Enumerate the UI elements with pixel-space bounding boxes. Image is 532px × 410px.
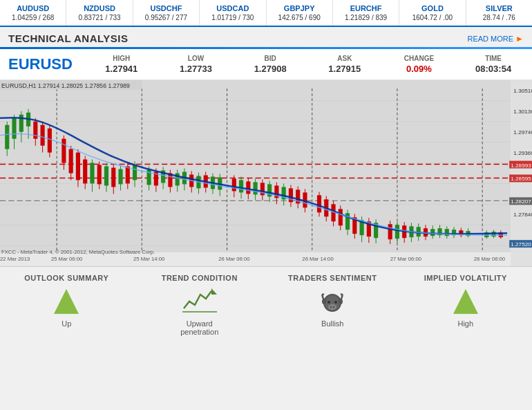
analysis-item-outlook: OUTLOOK SUMMARY Up (0, 274, 133, 328)
read-more-arrow-icon: ► (515, 34, 524, 44)
stat-value: 1.27733 (180, 64, 212, 74)
svg-text:1.28993: 1.28993 (511, 162, 531, 169)
price-stat-high: HIGH 1.27941 (97, 55, 146, 74)
trend-wave-icon (182, 288, 217, 315)
stat-value: 1.27908 (254, 64, 287, 74)
ticker-name: GOLD (402, 4, 462, 12)
stat-label: TIME (485, 55, 502, 62)
eurusd-stats: HIGH 1.27941 LOW 1.27733 BID 1.27908 ASK… (77, 55, 524, 74)
ticker-value: 1.21829 / 839 (336, 14, 396, 21)
eurusd-label: EURUSD (8, 55, 77, 73)
svg-text:28 Mar 06:00: 28 Mar 06:00 (474, 256, 505, 262)
svg-rect-52 (76, 153, 80, 180)
svg-rect-48 (61, 139, 66, 163)
stat-value: 08:03:54 (475, 64, 511, 74)
read-more-link[interactable]: READ MORE ► (467, 34, 524, 44)
ticker-value: 0.95267 / 277 (136, 14, 196, 21)
ticker-value: 0.83721 / 733 (69, 14, 129, 21)
analysis-title-volatility: IMPLIED VOLATILITY (424, 274, 507, 282)
stat-label: CHANGE (404, 55, 434, 62)
svg-rect-64 (118, 169, 122, 185)
svg-point-181 (322, 299, 326, 304)
svg-rect-92 (232, 178, 236, 191)
chart-container: 1.30510 1.30130 1.29740 1.29360 1.28993 … (0, 80, 532, 267)
ticker-item-usdcad[interactable]: USDCAD 1.01719 / 730 (200, 0, 266, 26)
price-stat-time: TIME 08:03:54 (469, 55, 517, 74)
svg-rect-60 (104, 167, 108, 186)
svg-rect-114 (317, 195, 321, 212)
sentiment-bull-icon (317, 288, 348, 315)
svg-text:26 Mar 14:00: 26 Mar 14:00 (302, 256, 333, 262)
ticker-item-audusd[interactable]: AUDUSD 1.04259 / 268 (0, 0, 66, 26)
svg-rect-148 (445, 229, 449, 236)
svg-rect-108 (289, 188, 293, 202)
analysis-label-trend: Upwardpenetration (180, 319, 218, 336)
sentiment-icon-container (315, 288, 350, 315)
stat-value: 1.27941 (105, 64, 137, 74)
analysis-item-sentiment: TRADERS SENTIMENT (266, 274, 399, 328)
svg-rect-46 (48, 129, 52, 153)
analysis-item-volatility: IMPLIED VOLATILITY High (399, 274, 533, 328)
svg-rect-34 (5, 125, 9, 149)
outlook-arrow-icon (53, 288, 80, 315)
svg-rect-36 (12, 118, 16, 139)
ticker-value: 1.04259 / 268 (3, 14, 63, 21)
ta-title: TECHNICAL ANALYSIS (8, 32, 128, 44)
svg-rect-56 (90, 163, 94, 184)
analysis-label-outlook: Up (61, 319, 71, 328)
analysis-title-trend: TREND CONDITION (162, 274, 238, 282)
outlook-icon-container (49, 288, 84, 315)
svg-text:1.28207: 1.28207 (511, 198, 531, 205)
svg-text:1.29360: 1.29360 (513, 150, 532, 156)
ticker-name: NZDUSD (69, 4, 129, 12)
volatility-arrow-icon (452, 288, 479, 315)
read-more-label: READ MORE (467, 35, 513, 43)
svg-rect-120 (339, 209, 343, 225)
analysis-title-outlook: OUTLOOK SUMMARY (24, 274, 108, 282)
svg-rect-62 (111, 168, 115, 187)
svg-rect-134 (395, 225, 399, 239)
ticker-item-silver[interactable]: SILVER 28.74 / .76 (466, 0, 532, 26)
ticker-item-nzdusd[interactable]: NZDUSD 0.83721 / 733 (66, 0, 133, 26)
svg-marker-172 (211, 288, 217, 295)
svg-text:1.27520: 1.27520 (511, 241, 531, 248)
svg-text:27 Mar 06:00: 27 Mar 06:00 (390, 256, 421, 262)
analysis-label-volatility: High (457, 319, 473, 328)
ticker-name: USDCAD (202, 4, 263, 12)
svg-rect-54 (83, 160, 87, 184)
svg-point-179 (327, 301, 330, 304)
svg-rect-98 (254, 182, 258, 194)
stat-value: 1.27915 (328, 64, 361, 74)
analysis-grid: OUTLOOK SUMMARY Up TREND CONDITION Upwar… (0, 274, 532, 336)
ticker-item-usdchf[interactable]: USDCHF 0.95267 / 277 (133, 0, 200, 26)
ticker-item-gbpjpy[interactable]: GBPJPY 142.675 / 690 (267, 0, 333, 26)
svg-marker-183 (453, 289, 478, 314)
svg-rect-68 (133, 165, 137, 180)
svg-text:22 Mar 2013: 22 Mar 2013 (0, 256, 30, 262)
svg-marker-171 (54, 289, 79, 314)
ticker-item-gold[interactable]: GOLD 1604.72 / .00 (399, 0, 466, 26)
volatility-icon-container (448, 288, 483, 315)
stat-label: BID (265, 55, 276, 62)
svg-point-182 (339, 299, 343, 304)
ticker-name: AUDUSD (3, 4, 63, 12)
analysis-title-sentiment: TRADERS SENTIMENT (288, 274, 377, 282)
chart-svg: 1.30510 1.30130 1.29740 1.29360 1.28993 … (0, 80, 532, 266)
ticker-name: USDCHF (136, 4, 196, 12)
trend-icon-container (182, 288, 217, 315)
svg-point-180 (334, 301, 337, 304)
price-stat-ask: ASK 1.27915 (321, 55, 369, 74)
ticker-value: 142.675 / 690 (269, 14, 330, 21)
ticker-name: EURCHF (336, 4, 396, 12)
svg-text:1.28595: 1.28595 (511, 176, 531, 183)
svg-rect-50 (69, 149, 73, 174)
ticker-name: GBPJPY (269, 4, 330, 12)
svg-text:25 Mar 06:00: 25 Mar 06:00 (51, 256, 82, 262)
svg-text:FXCC - MetaTrader 4, © 2001-20: FXCC - MetaTrader 4, © 2001-2012, MetaQu… (1, 249, 155, 255)
analysis-section: OUTLOOK SUMMARY Up TREND CONDITION Upwar… (0, 267, 532, 340)
svg-point-177 (330, 306, 332, 308)
ticker-item-eurchf[interactable]: EURCHF 1.21829 / 839 (333, 0, 399, 26)
svg-rect-96 (246, 181, 250, 194)
svg-text:26 Mar 06:00: 26 Mar 06:00 (218, 256, 249, 262)
ticker-value: 1.01719 / 730 (202, 14, 263, 21)
